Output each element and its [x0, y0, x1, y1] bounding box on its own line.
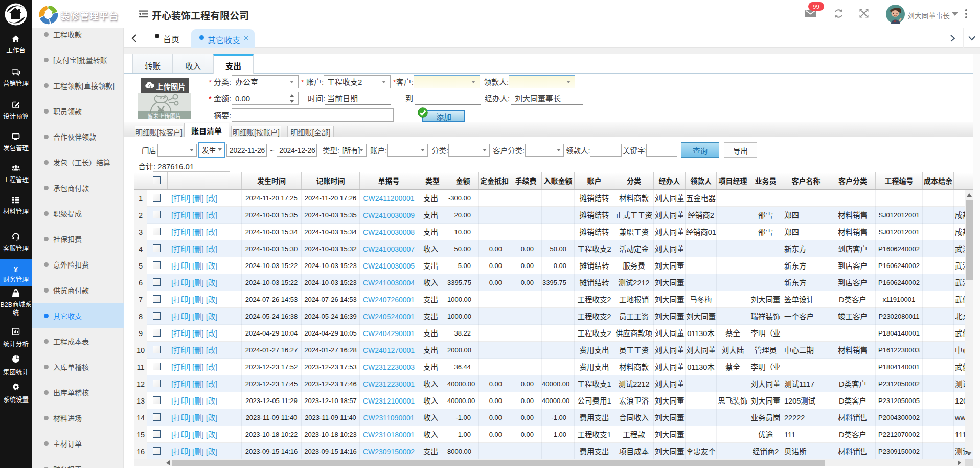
svg-text:¥: ¥: [14, 265, 18, 274]
